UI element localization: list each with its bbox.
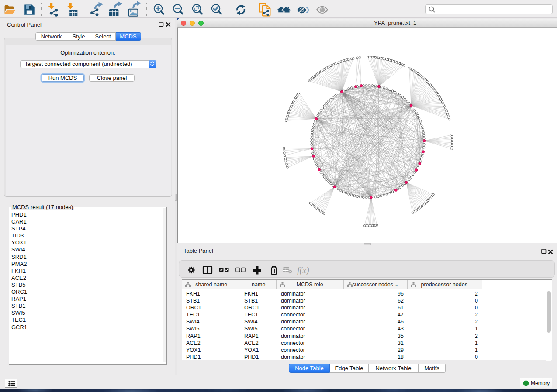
svg-text:f(x): f(x) bbox=[297, 265, 309, 275]
